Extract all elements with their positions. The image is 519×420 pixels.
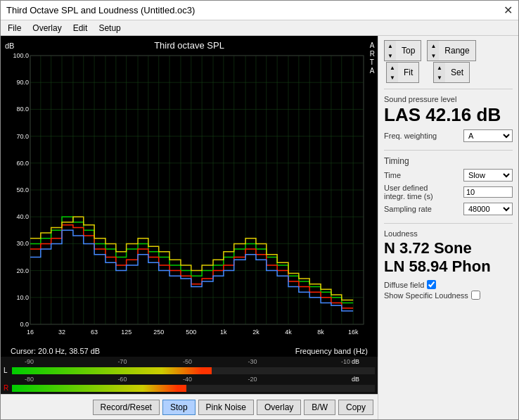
range-down-button[interactable]: ▼ bbox=[428, 51, 439, 61]
range-spin: ▲ ▼ Range bbox=[427, 40, 475, 61]
loudness-section: Loudness N 3.72 Sone LN 58.94 Phon Diffu… bbox=[384, 229, 513, 302]
spl-section-label: Sound pressure level bbox=[384, 95, 513, 103]
range-label[interactable]: Range bbox=[439, 44, 475, 57]
l-track bbox=[12, 367, 375, 374]
range-up-button[interactable]: ▲ bbox=[428, 41, 439, 51]
menu-bar: File Overlay Edit Setup bbox=[1, 20, 518, 36]
top-spin-buttons: ▲ ▼ bbox=[385, 41, 396, 61]
level-row-r: R bbox=[4, 383, 375, 393]
button-bar: Record/Reset Stop Pink Noise Overlay B/W… bbox=[1, 394, 378, 419]
chart-panel: Third octave SPL ARTA dB Cursor: 20.0 Hz… bbox=[1, 36, 378, 419]
timing-section: Timing Time Slow Fast Impulse User defin… bbox=[384, 156, 513, 217]
chart-info-bar: Cursor: 20.0 Hz, 38.57 dB Frequency band… bbox=[1, 345, 378, 357]
range-spin-buttons: ▲ ▼ bbox=[428, 41, 439, 61]
top-spin: ▲ ▼ Top bbox=[384, 40, 421, 61]
close-button[interactable]: ✕ bbox=[504, 4, 513, 17]
stop-button[interactable]: Stop bbox=[162, 400, 196, 415]
diffuse-field-label: Diffuse field bbox=[384, 281, 424, 289]
divider-3 bbox=[384, 223, 513, 224]
user-defined-row: User definedintegr. time (s) bbox=[384, 184, 513, 201]
fit-spin-buttons: ▲ ▼ bbox=[387, 63, 398, 82]
level-bar: -90 -70 -50 -30 -10 dB L bbox=[1, 357, 378, 394]
spl-value: LAS 42.16 dB bbox=[384, 105, 513, 125]
top-label[interactable]: Top bbox=[396, 44, 421, 57]
time-label: Time bbox=[384, 171, 401, 179]
show-specific-row: Show Specific Loudness bbox=[384, 291, 513, 300]
set-up-button[interactable]: ▲ bbox=[434, 63, 445, 72]
l-fill bbox=[12, 367, 212, 374]
chart-canvas bbox=[1, 36, 378, 345]
user-defined-input[interactable] bbox=[463, 186, 513, 198]
menu-file[interactable]: File bbox=[4, 23, 25, 34]
spl-section: Sound pressure level LAS 42.16 dB Freq. … bbox=[384, 95, 513, 144]
chart-container: Third octave SPL ARTA dB bbox=[1, 36, 378, 345]
menu-setup[interactable]: Setup bbox=[94, 23, 124, 34]
record-reset-button[interactable]: Record/Reset bbox=[93, 400, 160, 415]
top-down-button[interactable]: ▼ bbox=[385, 51, 396, 61]
content-area: Third octave SPL ARTA dB Cursor: 20.0 Hz… bbox=[1, 36, 518, 419]
timing-label: Timing bbox=[384, 156, 513, 166]
cursor-info: Cursor: 20.0 Hz, 38.57 dB bbox=[5, 346, 105, 356]
diffuse-field-checkbox[interactable] bbox=[427, 280, 436, 289]
time-row: Time Slow Fast Impulse bbox=[384, 169, 513, 182]
divider-2 bbox=[384, 150, 513, 151]
main-window: Third Octave SPL and Loudness (Untitled.… bbox=[0, 0, 519, 420]
level-ticks-l: -90 -70 -50 -30 -10 dB bbox=[4, 358, 375, 365]
fit-spin: ▲ ▼ Fit bbox=[386, 62, 419, 83]
set-spin: ▲ ▼ Set bbox=[433, 62, 470, 83]
right-panel: ▲ ▼ Top ▲ ▼ Fit bbox=[378, 36, 518, 419]
loudness-section-label: Loudness bbox=[384, 229, 513, 238]
sampling-rate-select[interactable]: 48000 44100 96000 bbox=[463, 203, 513, 215]
fit-down-button[interactable]: ▼ bbox=[387, 72, 398, 82]
r-track bbox=[12, 385, 375, 392]
fit-up-button[interactable]: ▲ bbox=[387, 63, 398, 72]
l-channel-label: L bbox=[4, 367, 12, 374]
freq-weighting-label: Freq. weighting bbox=[384, 132, 437, 140]
loudness-n-value: N 3.72 Sone bbox=[384, 239, 513, 257]
pink-noise-button[interactable]: Pink Noise bbox=[198, 400, 254, 415]
show-specific-label: Show Specific Loudness bbox=[384, 291, 468, 300]
copy-button[interactable]: Copy bbox=[338, 400, 373, 415]
chart-arta-label: ARTA bbox=[370, 42, 375, 75]
user-defined-label: User definedintegr. time (s) bbox=[384, 184, 433, 201]
divider-1 bbox=[384, 89, 513, 89]
menu-overlay[interactable]: Overlay bbox=[28, 23, 65, 34]
window-title: Third Octave SPL and Loudness (Untitled.… bbox=[6, 5, 195, 15]
freq-weighting-row: Freq. weighting A C Z bbox=[384, 129, 513, 142]
time-select[interactable]: Slow Fast Impulse bbox=[463, 169, 513, 182]
set-label[interactable]: Set bbox=[445, 66, 469, 79]
range-control: ▲ ▼ Range ▲ ▼ Set bbox=[427, 40, 475, 83]
sampling-rate-label: Sampling rate bbox=[384, 205, 432, 213]
chart-db-label: dB bbox=[5, 42, 14, 50]
top-up-button[interactable]: ▲ bbox=[385, 41, 396, 51]
sampling-rate-row: Sampling rate 48000 44100 96000 bbox=[384, 203, 513, 215]
top-control: ▲ ▼ Top ▲ ▼ Fit bbox=[384, 40, 421, 83]
fit-label[interactable]: Fit bbox=[398, 66, 418, 79]
set-down-button[interactable]: ▼ bbox=[434, 72, 445, 82]
overlay-button[interactable]: Overlay bbox=[257, 400, 301, 415]
bw-button[interactable]: B/W bbox=[304, 400, 335, 415]
show-specific-checkbox[interactable] bbox=[471, 291, 480, 300]
level-row-l: L bbox=[4, 366, 375, 375]
loudness-ln-value: LN 58.94 Phon bbox=[384, 257, 513, 276]
freq-label: Frequency band (Hz) bbox=[290, 346, 373, 356]
diffuse-field-row: Diffuse field bbox=[384, 280, 513, 289]
freq-weighting-select[interactable]: A C Z bbox=[463, 129, 513, 142]
menu-edit[interactable]: Edit bbox=[69, 23, 92, 34]
r-fill bbox=[12, 385, 186, 392]
chart-title: Third octave SPL bbox=[154, 40, 224, 51]
level-ticks-r: -80 -60 -40 -20 dB bbox=[4, 376, 375, 383]
r-channel-label: R bbox=[4, 384, 12, 392]
top-range-controls: ▲ ▼ Top ▲ ▼ Fit bbox=[384, 40, 513, 83]
set-spin-buttons: ▲ ▼ bbox=[434, 63, 445, 82]
title-bar: Third Octave SPL and Loudness (Untitled.… bbox=[1, 1, 518, 20]
